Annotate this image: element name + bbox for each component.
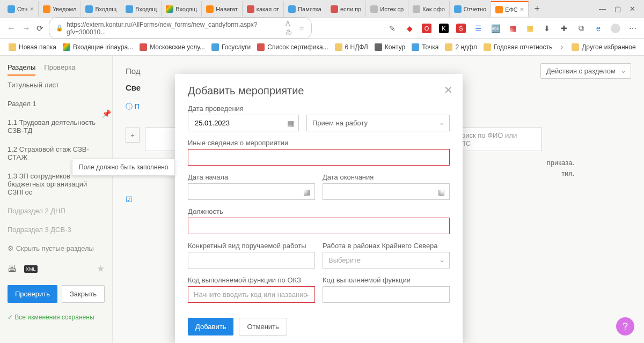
bookmark-item[interactable]: 2 ндфл [442, 41, 480, 53]
browser-tab[interactable]: Навигат [202, 1, 243, 17]
sidebar-item[interactable]: Титульный лист [0, 76, 112, 94]
ext-icon[interactable]: ⧉ [576, 24, 586, 33]
close-window-icon[interactable]: ✕ [630, 5, 635, 13]
pin-icon[interactable]: 📌 [102, 109, 111, 118]
sidebar-item[interactable]: Подраздел 2 ДНП [0, 202, 112, 220]
browser-tab[interactable]: Входящ [81, 1, 121, 17]
help-fab[interactable]: ? [616, 317, 634, 335]
bookmark-item[interactable]: 6 НДФЛ [332, 41, 371, 53]
profile-avatar-icon[interactable] [611, 24, 620, 33]
favorite-icon[interactable]: ☆ [299, 25, 305, 32]
tab-label: Навигат [216, 6, 238, 12]
add-button[interactable]: Добавить [188, 318, 233, 335]
favicon-icon [247, 5, 254, 13]
bookmark-other[interactable]: Другое избранное [568, 41, 639, 53]
menu-icon[interactable]: ⋯ [628, 24, 638, 33]
sidebar-item[interactable]: Раздел 1 [0, 94, 112, 113]
bookmark-item[interactable]: Точка [408, 41, 442, 53]
position-input[interactable] [188, 218, 450, 234]
sidebar-item[interactable]: Подраздел 3 ДСВ-3 [0, 220, 112, 239]
check-button[interactable]: Проверить [8, 285, 57, 303]
tab-close-icon[interactable]: × [520, 5, 524, 13]
browser-tab[interactable]: Как офо [408, 1, 450, 17]
end-date-input[interactable]: ▦ [323, 183, 450, 200]
reload-icon[interactable]: ⟳ [36, 24, 43, 33]
bookmark-overflow-icon[interactable]: › [558, 43, 566, 51]
ext-icon[interactable]: ✎ [387, 24, 397, 33]
bookmark-item[interactable]: Годовая отчетность [480, 41, 556, 53]
xml-icon[interactable]: XML [24, 265, 38, 273]
hide-empty-toggle[interactable]: ⚙ Скрыть пустые разделы [0, 239, 112, 258]
sidebar-item[interactable]: 1.1 Трудовая деятельность СЗВ-ТД [0, 113, 112, 140]
ext-icon[interactable]: O [422, 24, 431, 33]
maximize-icon[interactable]: ▢ [614, 5, 621, 13]
browser-tab[interactable]: Входящ [121, 1, 162, 17]
ext-icon[interactable]: ✚ [559, 24, 569, 33]
tab-label: Истек ср [380, 6, 404, 12]
minimize-icon[interactable]: — [599, 5, 606, 13]
print-icon[interactable]: 🖶 [8, 264, 17, 274]
func-code-input[interactable] [323, 286, 450, 303]
add-row-button[interactable]: + [126, 128, 140, 143]
work-kind-input[interactable] [188, 252, 315, 269]
ext-icon[interactable]: ▦ [525, 24, 535, 33]
sidebar-buttons: Проверить Закрыть [0, 280, 112, 308]
event-type-select[interactable]: Прием на работу [306, 115, 450, 131]
tab-close-icon[interactable]: × [30, 5, 34, 13]
ext-icon[interactable]: K [439, 24, 449, 33]
bookmark-item[interactable]: Московские услу... [136, 41, 208, 53]
back-icon[interactable]: ← [6, 24, 16, 33]
browser-tab[interactable]: Памятка [284, 1, 326, 17]
browser-tab[interactable]: Истек ср [366, 1, 408, 17]
url-input[interactable]: 🔒 https://extern.kontur.ru/AllForms/new_… [49, 17, 312, 39]
browser-tab[interactable]: Отч× [3, 1, 39, 17]
window-controls: — ▢ ✕ [594, 5, 641, 13]
favicon-icon [206, 5, 214, 13]
favicon-icon [375, 43, 382, 51]
tab-check[interactable]: Проверка [44, 63, 75, 76]
calendar-icon[interactable]: ▦ [438, 188, 445, 196]
ext-icon[interactable]: S [456, 24, 466, 33]
bookmark-item[interactable]: Контур [371, 41, 408, 53]
tab-label: Отчетно [464, 6, 486, 12]
section-actions-select[interactable]: Действия с разделом [540, 63, 631, 79]
eye-off-icon: ⚙ [8, 244, 14, 252]
star-icon[interactable]: ★ [97, 263, 105, 274]
ext-icon[interactable]: ⬇ [542, 24, 552, 33]
favicon-icon [412, 43, 419, 51]
okz-input[interactable]: Начните вводить код или название [188, 286, 315, 303]
bookmark-label: Входящие irinayра... [73, 43, 133, 51]
event-date-input[interactable]: ▦ [188, 115, 299, 131]
tab-label: ЕФС [505, 6, 518, 13]
ext-icon[interactable]: ◆ [405, 24, 414, 33]
ext-icon[interactable]: ▦ [508, 24, 517, 33]
browser-tab[interactable]: Входящ [162, 1, 202, 17]
close-icon[interactable]: ✕ [444, 84, 453, 96]
ext-icon[interactable]: 🔤 [491, 24, 500, 33]
cancel-button[interactable]: Отменить [239, 318, 287, 335]
address-bar: ← → ⟳ 🔒 https://extern.kontur.ru/AllForm… [0, 18, 644, 39]
bookmark-item[interactable]: Госуслуги [208, 41, 254, 53]
bookmark-item[interactable]: Новая папка [5, 41, 60, 53]
ext-icon[interactable]: e [594, 24, 603, 33]
browser-tab[interactable]: Уведомл [39, 1, 81, 17]
calendar-icon[interactable]: ▦ [303, 188, 310, 196]
browser-tab[interactable]: какая от [243, 1, 284, 17]
start-date-input[interactable]: ▦ [188, 183, 315, 200]
browser-tab[interactable]: Отчетно [450, 1, 491, 17]
tab-sections[interactable]: Разделы [8, 63, 35, 76]
bookmark-item[interactable]: Входящие irinayра... [60, 41, 136, 53]
label-start: Дата начала [188, 173, 315, 181]
browser-tab[interactable]: если пр [326, 1, 366, 17]
browser-tab[interactable]: ЕФС× [491, 1, 529, 17]
new-tab-button[interactable]: + [529, 3, 545, 14]
north-select[interactable]: Выберите [323, 252, 450, 269]
close-button[interactable]: Закрыть [62, 285, 105, 303]
reader-icon[interactable]: Aあ [286, 20, 296, 36]
ext-icon[interactable]: ☰ [473, 24, 483, 33]
bookmark-item[interactable]: Список сертифика... [254, 41, 331, 53]
sidebar: Разделы Проверка 📌 Титульный листРаздел … [0, 56, 113, 343]
calendar-icon[interactable]: ▦ [287, 119, 294, 128]
other-info-input[interactable] [188, 149, 450, 166]
label-position: Должность [188, 207, 450, 215]
